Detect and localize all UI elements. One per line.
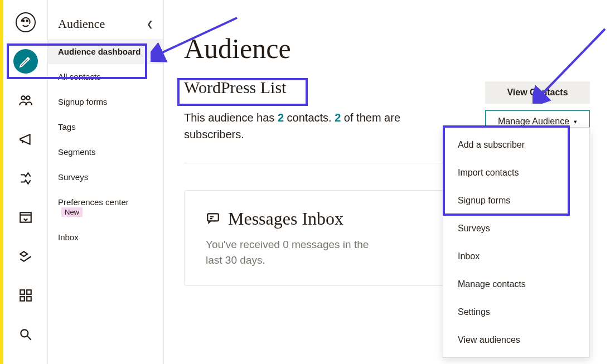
summary-text: This audience has xyxy=(184,111,278,124)
rail-search-icon[interactable] xyxy=(13,322,38,347)
svg-rect-9 xyxy=(27,297,31,301)
nav-inbox[interactable]: Inbox xyxy=(48,225,163,250)
dd-signup-forms[interactable]: Signup forms xyxy=(443,187,589,215)
action-column: View Contacts Manage Audience ▾ xyxy=(485,81,590,133)
nav-tags[interactable]: Tags xyxy=(48,114,163,139)
svg-point-2 xyxy=(26,20,28,22)
audience-summary: This audience has 2 contacts. 2 of them … xyxy=(184,109,429,143)
contacts-count: 2 xyxy=(278,111,284,124)
inbox-card-body: You've received 0 messages in the last 3… xyxy=(206,237,384,268)
caret-down-icon: ▾ xyxy=(574,118,577,125)
dd-surveys[interactable]: Surveys xyxy=(443,215,589,242)
subscribers-count: 2 xyxy=(335,111,341,124)
nav-audience-dashboard[interactable]: Audience dashboard xyxy=(48,39,163,64)
svg-point-4 xyxy=(26,96,30,100)
view-contacts-button[interactable]: View Contacts xyxy=(485,81,590,104)
rail-audience-icon[interactable] xyxy=(13,88,38,113)
svg-rect-7 xyxy=(27,290,31,294)
dd-manage-contacts[interactable]: Manage contacts xyxy=(443,270,589,298)
dd-view-audiences[interactable]: View audiences xyxy=(443,326,589,354)
svg-point-1 xyxy=(22,20,24,22)
rail-automations-icon[interactable] xyxy=(13,166,38,191)
page-title: Audience xyxy=(184,32,590,65)
secondary-nav: Audience ❮ Audience dashboard All contac… xyxy=(48,0,164,364)
nav-all-contacts[interactable]: All contacts xyxy=(48,64,163,89)
audience-list-name: WordPress List xyxy=(184,78,286,97)
nav-segments[interactable]: Segments xyxy=(48,139,163,164)
message-icon xyxy=(206,211,220,227)
manage-audience-dropdown: Add a subscriber Import contacts Signup … xyxy=(443,127,590,358)
svg-rect-6 xyxy=(20,290,25,294)
collapse-chevron-icon[interactable]: ❮ xyxy=(147,20,153,28)
rail-integrations-icon[interactable] xyxy=(13,283,38,308)
rail-campaigns-icon[interactable] xyxy=(13,127,38,152)
nav-surveys[interactable]: Surveys xyxy=(48,164,163,190)
nav-preferences-label: Preferences center xyxy=(58,197,129,207)
new-badge: New xyxy=(61,207,83,217)
dd-settings[interactable]: Settings xyxy=(443,298,589,326)
icon-rail xyxy=(3,0,48,364)
dd-import-contacts[interactable]: Import contacts xyxy=(443,159,589,187)
rail-create-icon[interactable] xyxy=(13,49,38,74)
inbox-card-title: Messages Inbox xyxy=(228,208,343,229)
svg-point-3 xyxy=(21,96,25,100)
brand-logo[interactable] xyxy=(13,10,38,35)
secondary-nav-title: Audience xyxy=(58,17,105,31)
rail-website-icon[interactable] xyxy=(13,205,38,230)
dd-add-subscriber[interactable]: Add a subscriber xyxy=(443,131,589,159)
nav-preferences-center[interactable]: Preferences center New xyxy=(48,190,163,225)
svg-point-0 xyxy=(16,13,35,32)
rail-content-icon[interactable] xyxy=(13,244,38,269)
manage-audience-label: Manage Audience xyxy=(498,117,569,127)
summary-text: contacts. xyxy=(284,111,335,124)
nav-signup-forms[interactable]: Signup forms xyxy=(48,89,163,114)
dd-inbox[interactable]: Inbox xyxy=(443,242,589,270)
svg-rect-8 xyxy=(20,297,25,301)
svg-point-10 xyxy=(21,329,28,337)
